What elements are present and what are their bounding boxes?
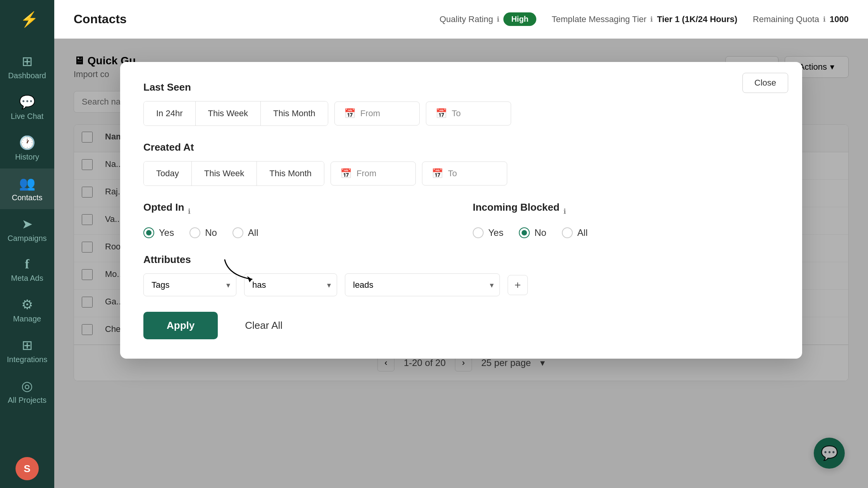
created-at-btn-group: Today This Week This Month bbox=[143, 161, 324, 186]
quota-value: 1000 bbox=[830, 14, 849, 24]
sidebar-item-label: Integrations bbox=[7, 355, 48, 364]
last-seen-section: Last Seen In 24hr This Week This Month 📅… bbox=[143, 81, 779, 126]
opted-in-radio-group: Yes No All bbox=[143, 227, 450, 238]
sidebar-item-integrations[interactable]: ⊞ Integrations bbox=[0, 330, 54, 371]
sidebar-item-contacts[interactable]: 👥 Contacts bbox=[0, 168, 54, 209]
opted-in-section: Opted In ℹ Yes No bbox=[143, 201, 450, 238]
quota-info-icon[interactable]: ℹ bbox=[823, 15, 826, 24]
incoming-blocked-yes[interactable]: Yes bbox=[473, 227, 503, 238]
opted-in-all-radio[interactable] bbox=[232, 227, 243, 238]
created-at-this-month-button[interactable]: This Month bbox=[257, 162, 324, 186]
opted-in-yes-label: Yes bbox=[159, 227, 174, 238]
sidebar-item-history[interactable]: 🕐 History bbox=[0, 128, 54, 168]
last-seen-to-input[interactable]: 📅 To bbox=[426, 101, 511, 125]
calendar-icon: 📅 bbox=[432, 168, 443, 179]
sidebar-item-dashboard[interactable]: ⊞ Dashboard bbox=[0, 46, 54, 87]
calendar-icon: 📅 bbox=[436, 108, 447, 119]
incoming-blocked-radio-group: Yes No All bbox=[473, 227, 779, 238]
history-icon: 🕐 bbox=[19, 135, 35, 150]
opted-incoming-row: Opted In ℹ Yes No bbox=[143, 201, 779, 238]
opted-in-no-radio[interactable] bbox=[189, 227, 200, 238]
apply-button[interactable]: Apply bbox=[143, 312, 218, 339]
sidebar-item-label: Dashboard bbox=[8, 71, 46, 80]
livechat-icon: 💬 bbox=[19, 94, 35, 110]
opted-in-no-label: No bbox=[205, 227, 217, 238]
calendar-icon: 📅 bbox=[340, 168, 352, 179]
opted-in-all[interactable]: All bbox=[232, 227, 258, 238]
incoming-blocked-info-icon[interactable]: ℹ bbox=[563, 207, 566, 216]
integrations-icon: ⊞ bbox=[22, 337, 33, 353]
created-at-from-label: From bbox=[356, 168, 376, 179]
created-at-to-input[interactable]: 📅 To bbox=[422, 162, 507, 186]
incoming-blocked-yes-radio[interactable] bbox=[473, 227, 484, 238]
opted-in-label: Opted In bbox=[143, 201, 184, 213]
quality-rating: Quality Rating ℹ High bbox=[439, 12, 536, 26]
sidebar-item-live-chat[interactable]: 💬 Live Chat bbox=[0, 87, 54, 128]
svg-marker-2 bbox=[247, 276, 252, 282]
clear-all-button[interactable]: Clear All bbox=[229, 312, 298, 339]
attribute-value-select[interactable]: leads customers prospects bbox=[345, 273, 500, 296]
avatar[interactable]: S bbox=[16, 457, 39, 480]
last-seen-to-label: To bbox=[452, 108, 461, 119]
last-seen-this-month-button[interactable]: This Month bbox=[261, 101, 328, 125]
incoming-blocked-no-radio[interactable] bbox=[519, 227, 530, 238]
main-content: Contacts Quality Rating ℹ High Template … bbox=[54, 0, 868, 488]
last-seen-label: Last Seen bbox=[143, 81, 779, 93]
sidebar-item-meta-ads[interactable]: f Meta Ads bbox=[0, 250, 54, 290]
campaigns-icon: ➤ bbox=[22, 216, 33, 232]
created-at-from-input[interactable]: 📅 From bbox=[331, 162, 416, 186]
last-seen-in-24hr-button[interactable]: In 24hr bbox=[144, 101, 196, 125]
sidebar-item-label: Live Chat bbox=[11, 112, 44, 121]
opted-in-all-label: All bbox=[248, 227, 258, 238]
add-attribute-button[interactable]: + bbox=[508, 275, 528, 295]
arrow-annotation bbox=[221, 256, 267, 287]
incoming-blocked-no-label: No bbox=[534, 227, 546, 238]
remaining-quota: Remaining Quota ℹ 1000 bbox=[753, 14, 849, 24]
messaging-tier: Template Messaging Tier ℹ Tier 1 (1K/24 … bbox=[552, 14, 737, 24]
sidebar-item-campaigns[interactable]: ➤ Campaigns bbox=[0, 209, 54, 250]
sidebar-item-manage[interactable]: ⚙ Manage bbox=[0, 290, 54, 330]
incoming-blocked-all[interactable]: All bbox=[562, 227, 588, 238]
opted-in-no[interactable]: No bbox=[189, 227, 217, 238]
opted-in-yes-radio[interactable] bbox=[143, 227, 154, 238]
incoming-blocked-all-radio[interactable] bbox=[562, 227, 573, 238]
modal-overlay: Close Last Seen In 24hr This Week This M… bbox=[54, 39, 868, 488]
messaging-tier-info-icon[interactable]: ℹ bbox=[650, 15, 653, 24]
opted-in-info-icon[interactable]: ℹ bbox=[188, 207, 191, 216]
last-seen-from-input[interactable]: 📅 From bbox=[334, 101, 420, 125]
quality-rating-label: Quality Rating bbox=[439, 14, 493, 24]
sidebar: ⚡ ⊞ Dashboard 💬 Live Chat 🕐 History 👥 Co… bbox=[0, 0, 54, 488]
incoming-blocked-section: Incoming Blocked ℹ Yes No bbox=[473, 201, 779, 238]
created-at-label: Created At bbox=[143, 141, 779, 153]
remaining-quota-label: Remaining Quota bbox=[753, 14, 819, 24]
filter-modal: Close Last Seen In 24hr This Week This M… bbox=[120, 62, 802, 359]
meta-ads-icon: f bbox=[25, 257, 29, 271]
created-at-this-week-button[interactable]: This Week bbox=[192, 162, 257, 186]
modal-close-button[interactable]: Close bbox=[742, 73, 788, 93]
quality-info-icon[interactable]: ℹ bbox=[497, 15, 499, 24]
top-bar: Contacts Quality Rating ℹ High Template … bbox=[54, 0, 868, 39]
sidebar-item-all-projects[interactable]: ◎ All Projects bbox=[0, 371, 54, 412]
created-at-today-button[interactable]: Today bbox=[144, 162, 192, 186]
incoming-blocked-no[interactable]: No bbox=[519, 227, 546, 238]
last-seen-this-week-button[interactable]: This Week bbox=[196, 101, 261, 125]
sidebar-logo: ⚡ bbox=[14, 8, 41, 35]
created-at-row: Today This Week This Month 📅 From 📅 To bbox=[143, 161, 779, 186]
created-at-section: Created At Today This Week This Month 📅 … bbox=[143, 141, 779, 186]
sidebar-item-label: All Projects bbox=[8, 396, 46, 405]
manage-icon: ⚙ bbox=[21, 297, 33, 312]
opted-in-yes[interactable]: Yes bbox=[143, 227, 174, 238]
app-container: ⚡ ⊞ Dashboard 💬 Live Chat 🕐 History 👥 Co… bbox=[0, 0, 868, 488]
last-seen-from-label: From bbox=[360, 108, 380, 119]
tier-value: Tier 1 (1K/24 Hours) bbox=[657, 14, 737, 24]
sidebar-item-label: Manage bbox=[13, 314, 41, 323]
modal-actions: Apply Clear All bbox=[143, 312, 779, 339]
content-area: 🖥 Quick Gu Import co Import Actions ▾ bbox=[54, 39, 868, 488]
logo-icon: ⚡ bbox=[17, 10, 37, 33]
top-bar-meta: Quality Rating ℹ High Template Messaging… bbox=[439, 12, 849, 26]
last-seen-btn-group: In 24hr This Week This Month bbox=[143, 101, 328, 126]
contacts-icon: 👥 bbox=[19, 175, 35, 191]
last-seen-row: In 24hr This Week This Month 📅 From 📅 To bbox=[143, 101, 779, 126]
attribute-value-wrapper: leads customers prospects bbox=[345, 273, 500, 296]
incoming-blocked-label: Incoming Blocked bbox=[473, 201, 560, 213]
